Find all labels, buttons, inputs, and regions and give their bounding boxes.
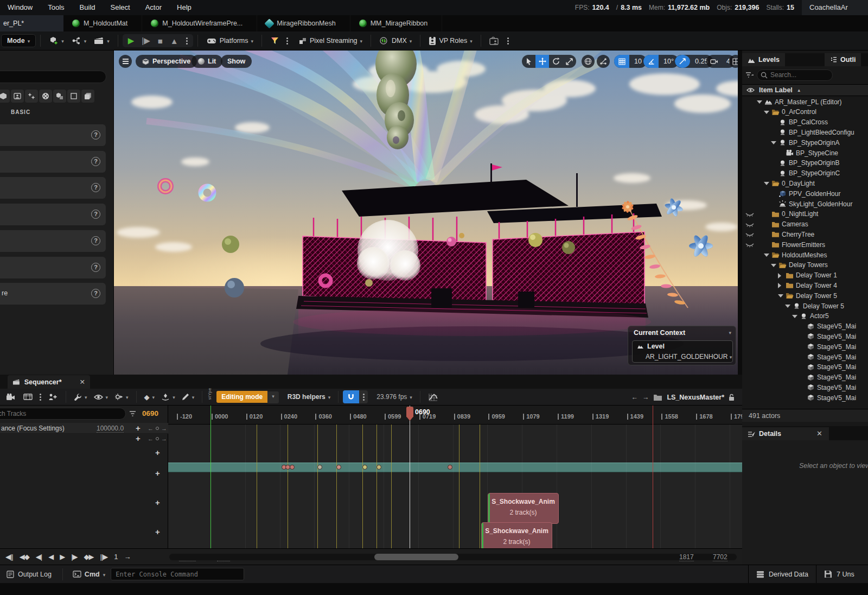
add-section-button[interactable]: + bbox=[155, 448, 160, 457]
step-forward-button[interactable]: |▶ bbox=[68, 553, 80, 561]
outliner-row-stagev5-mai[interactable]: StageV5_Mai bbox=[742, 372, 868, 383]
jump-to-start-button[interactable]: ◀|| bbox=[2, 553, 16, 561]
place-category-cube-icon[interactable] bbox=[0, 90, 10, 103]
expand-closed-arrow[interactable] bbox=[778, 283, 781, 288]
cinematics-dropdown[interactable]: ▾ bbox=[90, 34, 113, 47]
outliner-row-stagev5-mai[interactable]: StageV5_Mai bbox=[742, 321, 868, 332]
outliner-row-stagev5-mai[interactable]: StageV5_Mai bbox=[742, 362, 868, 372]
keyframe-dot[interactable] bbox=[290, 465, 295, 470]
help-icon[interactable]: ? bbox=[91, 130, 100, 140]
viewport-options-menu[interactable] bbox=[119, 55, 132, 68]
skip-frame-button[interactable]: |▶ bbox=[138, 35, 153, 46]
edit-mode-pencil-dropdown[interactable]: ▾ bbox=[178, 391, 198, 402]
outliner-row-bp-stypeoriginc[interactable]: BP_StypeOriginC bbox=[742, 168, 868, 179]
help-icon[interactable]: ? bbox=[91, 183, 100, 192]
tab-outliner[interactable]: Outli bbox=[825, 53, 861, 66]
play-options-kebab[interactable] bbox=[186, 40, 188, 42]
jump-to-end-button[interactable]: ||▶ bbox=[97, 553, 111, 561]
outliner-search-input[interactable] bbox=[757, 69, 833, 81]
select-tool[interactable] bbox=[522, 55, 535, 68]
add-key-button[interactable]: + bbox=[136, 434, 141, 443]
vp-roles-dropdown[interactable]: VP Roles▾ bbox=[425, 34, 476, 48]
context-collapse-chevron[interactable]: ▾ bbox=[729, 330, 731, 336]
rotation-snap-control[interactable]: 10° bbox=[643, 55, 679, 68]
fps-dropdown[interactable]: 23.976 fps▾ bbox=[373, 391, 416, 402]
add-section-button[interactable]: + bbox=[155, 527, 160, 536]
animation-section[interactable]: S_Shockwave_Anim2 track(s) bbox=[488, 493, 559, 524]
select-mode-dropdown[interactable]: Mode▾ bbox=[1, 34, 36, 47]
help-icon[interactable]: ? bbox=[91, 236, 100, 245]
hidden-eye-icon[interactable] bbox=[745, 221, 754, 229]
dmx-dropdown[interactable]: DMX▾ bbox=[375, 34, 416, 47]
outliner-row-ppv-goldenhour[interactable]: PPV_GoldenHour bbox=[742, 188, 868, 199]
view-range-end[interactable]: 1817 bbox=[679, 553, 694, 561]
platforms-dropdown[interactable]: Platforms▾ bbox=[202, 35, 257, 47]
asset-tab-mm-mirageribbon[interactable]: MM_MirageRibbon bbox=[350, 15, 443, 31]
validation-button[interactable] bbox=[266, 34, 283, 47]
track-row-focus-settings[interactable]: ance (Focus Settings) 100000.0 + ←→ bbox=[0, 423, 168, 434]
help-icon[interactable]: ? bbox=[91, 157, 100, 166]
play-reverse-button[interactable]: ◀ bbox=[45, 553, 56, 561]
history-forward-arrow[interactable]: → bbox=[642, 394, 649, 401]
visibility-eye-icon[interactable] bbox=[746, 87, 755, 93]
menu-build[interactable]: Build bbox=[72, 0, 103, 15]
eject-button[interactable]: ▲ bbox=[167, 36, 182, 46]
place-search-input[interactable] bbox=[0, 71, 106, 83]
menu-select[interactable]: Select bbox=[103, 0, 138, 15]
keyframe-dot[interactable] bbox=[448, 465, 452, 470]
add-actor-button[interactable]: ▾ bbox=[45, 34, 68, 48]
step-back-button[interactable]: ◀| bbox=[33, 553, 45, 561]
working-range-end[interactable]: 7702 bbox=[713, 553, 727, 561]
surface-snapping-button[interactable] bbox=[597, 55, 610, 68]
track-row-camera-cut[interactable]: + ←→ bbox=[0, 434, 168, 444]
keyframe-dot[interactable] bbox=[362, 465, 367, 470]
play-forward-button[interactable]: ▶ bbox=[56, 553, 68, 561]
menu-actor[interactable]: Actor bbox=[138, 0, 169, 15]
outliner-row-stagev5-mai[interactable]: StageV5_Mai bbox=[742, 331, 868, 341]
context-level-value[interactable]: AR_LIGHT_GOLDENHOUR ▾ bbox=[646, 353, 732, 360]
output-log-button[interactable]: Output Log bbox=[0, 571, 58, 578]
rotate-tool[interactable] bbox=[549, 55, 563, 68]
expand-open-arrow[interactable] bbox=[764, 111, 769, 114]
filter-icon[interactable] bbox=[745, 72, 754, 78]
menu-help[interactable]: Help bbox=[169, 0, 199, 15]
track-search-input[interactable] bbox=[0, 408, 126, 420]
expand-open-arrow[interactable] bbox=[771, 141, 776, 144]
show-dropdown[interactable]: Show bbox=[221, 55, 252, 68]
console-command-input[interactable] bbox=[111, 568, 244, 580]
place-actor-item[interactable]: ? bbox=[0, 230, 106, 252]
add-key-button[interactable]: + bbox=[136, 423, 141, 433]
place-category-volumes-icon[interactable] bbox=[67, 90, 80, 103]
close-icon[interactable]: ✕ bbox=[80, 378, 85, 386]
tab-details[interactable]: Details ✕ bbox=[742, 427, 829, 440]
place-category-geometry-icon[interactable] bbox=[53, 90, 66, 103]
goto-button[interactable]: → bbox=[121, 553, 134, 561]
outliner-row-0-nightlight[interactable]: 0_NightLight bbox=[742, 209, 868, 219]
play-button[interactable]: ▶ bbox=[125, 35, 138, 46]
grid-snap-control[interactable]: 10 bbox=[614, 55, 647, 68]
view-options-dropdown[interactable]: ▾ bbox=[91, 393, 112, 402]
tab-level-editor[interactable]: er_PL* bbox=[0, 15, 63, 31]
outliner-row-0-daylight[interactable]: 0_DayLight bbox=[742, 178, 868, 188]
place-actor-item[interactable]: ? bbox=[0, 204, 106, 225]
expand-open-arrow[interactable] bbox=[785, 305, 790, 308]
outliner-row-ar-master-pl-editor-[interactable]: AR_Master_PL (Editor) bbox=[742, 97, 868, 107]
keyframe-dot[interactable] bbox=[376, 465, 381, 470]
curve-editor-button[interactable] bbox=[425, 391, 442, 403]
expand-open-arrow[interactable] bbox=[764, 254, 769, 257]
expand-open-arrow[interactable] bbox=[771, 264, 776, 267]
outliner-row-cherrytree[interactable]: CherryTree bbox=[742, 229, 868, 239]
outliner-row-delay-tower-1[interactable]: Delay Tower 1 bbox=[742, 270, 868, 281]
next-key-button[interactable]: ◆▶ bbox=[81, 553, 97, 561]
world-local-toggle[interactable] bbox=[582, 55, 595, 68]
expand-open-arrow[interactable] bbox=[778, 294, 783, 298]
keyframe-dot[interactable] bbox=[336, 465, 341, 470]
asset-tab-m-holdoutwireframepre-[interactable]: M_HoldoutWireframePre... bbox=[142, 15, 257, 31]
column-header-item-label[interactable]: Item Label bbox=[759, 86, 793, 94]
derived-data-button[interactable]: Derived Data bbox=[748, 565, 816, 584]
place-actor-item[interactable]: ? bbox=[0, 151, 106, 173]
editing-mode-control[interactable]: Editing mode ▾ bbox=[216, 391, 279, 403]
asset-tab-m-holdoutmat[interactable]: M_HoldoutMat bbox=[63, 15, 142, 31]
cmd-dropdown[interactable]: Cmd▾ bbox=[67, 571, 111, 578]
help-icon[interactable]: ? bbox=[91, 289, 100, 298]
